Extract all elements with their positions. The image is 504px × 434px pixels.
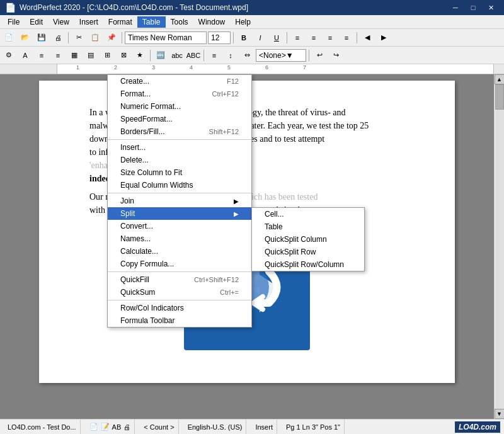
back-button[interactable]: ◀ xyxy=(360,31,375,45)
close-button[interactable]: ✕ xyxy=(483,2,499,13)
toolbar-main: 📄 📂 💾 🖨 ✂ 📋 📌 Times New Roman 12 B I U ≡… xyxy=(0,29,504,47)
menu-quickfill[interactable]: QuickFill Ctrl+Shift+F12 xyxy=(108,273,251,286)
menu-delete[interactable]: Delete... xyxy=(108,154,251,166)
tb2-btn12[interactable]: ABC xyxy=(186,49,201,62)
menu-div4 xyxy=(108,300,251,300)
main-area: In a world increasingly connected by tec… xyxy=(0,74,504,419)
menu-row-col-indicators[interactable]: Row/Col Indicators xyxy=(108,302,251,314)
ruler-mark-2: 2 xyxy=(114,64,117,71)
submenu-table[interactable]: Table xyxy=(252,220,364,233)
new-button[interactable]: 📄 xyxy=(1,31,16,45)
menu-size-col[interactable]: Size Column to Fit xyxy=(108,166,251,179)
toolbar-secondary: ⚙ A ≡ ≡ ▦ ▤ ⊞ ⊠ ★ 🔤 abc ABC ≡ ↕ ⇔ <None>… xyxy=(0,47,504,64)
menu-edit[interactable]: Edit xyxy=(25,16,48,28)
menu-help[interactable]: Help xyxy=(230,16,256,28)
menu-copy-formula[interactable]: Copy Formula... xyxy=(108,258,251,270)
sep7 xyxy=(203,50,204,61)
font-name-box[interactable]: Times New Roman xyxy=(125,31,207,44)
submenu-cell[interactable]: Cell... xyxy=(252,208,364,220)
ruler-inner: 1 2 3 4 5 6 7 xyxy=(57,64,494,74)
menu-split[interactable]: Split ▶ Cell... Table QuickSplit Column … xyxy=(108,207,251,220)
ruler-mark-1: 1 xyxy=(76,64,79,71)
sep3 xyxy=(233,32,234,43)
minimize-button[interactable]: ─ xyxy=(447,2,464,13)
menu-split-arrow: ▶ xyxy=(234,210,239,217)
menu-calculate[interactable]: Calculate... xyxy=(108,245,251,258)
menu-tools[interactable]: Tools xyxy=(166,16,193,28)
tb2-btn5[interactable]: ▦ xyxy=(67,49,82,62)
bold-button[interactable]: B xyxy=(236,31,251,45)
menu-table[interactable]: Table xyxy=(137,16,166,28)
menu-equal-col[interactable]: Equal Column Widths xyxy=(108,179,251,191)
menu-speedformat[interactable]: SpeedFormat... xyxy=(108,113,251,125)
underline-button[interactable]: U xyxy=(269,31,284,45)
menu-join[interactable]: Join ▶ xyxy=(108,195,251,207)
menu-borders-fill[interactable]: Borders/Fill... Shift+F12 xyxy=(108,125,251,138)
lo4d-logo: LO4D.com xyxy=(455,423,500,431)
submenu-quicksplit-row-col[interactable]: QuickSplit Row/Column xyxy=(252,258,364,271)
menu-view[interactable]: View xyxy=(48,16,74,28)
copy-button[interactable]: 📋 xyxy=(88,31,103,45)
menu-quicksum[interactable]: QuickSum Ctrl+= xyxy=(108,286,251,299)
menu-formula-toolbar[interactable]: Formula Toolbar xyxy=(108,314,251,327)
maximize-button[interactable]: □ xyxy=(465,2,481,13)
forward-button[interactable]: ▶ xyxy=(376,31,391,45)
tb2-btn13[interactable]: ≡ xyxy=(207,49,222,62)
tb2-btn2[interactable]: A xyxy=(18,49,33,62)
align-left-button[interactable]: ≡ xyxy=(290,31,305,45)
menu-window[interactable]: Window xyxy=(193,16,231,28)
menu-create-shortcut: F12 xyxy=(227,77,239,85)
align-justify-button[interactable]: ≡ xyxy=(339,31,354,45)
count-status[interactable]: < Count > xyxy=(140,420,178,434)
align-right-button[interactable]: ≡ xyxy=(323,31,338,45)
ruler: 1 2 3 4 5 6 7 xyxy=(0,64,504,74)
app-icon: 📄 xyxy=(5,3,16,13)
print-icon: 🖨 xyxy=(123,423,130,431)
menu-format[interactable]: Format xyxy=(103,16,137,28)
tb2-btn11[interactable]: abc xyxy=(169,49,185,62)
style-none-box[interactable]: <None>▼ xyxy=(256,49,306,62)
menu-div3 xyxy=(108,271,251,272)
tb2-btn4[interactable]: ≡ xyxy=(50,49,66,62)
tb2-btn10[interactable]: 🔤 xyxy=(153,49,168,62)
tb2-btn9[interactable]: ★ xyxy=(132,49,147,62)
menu-format[interactable]: Format... Ctrl+F12 xyxy=(108,88,251,100)
tb2-btn14[interactable]: ↕ xyxy=(223,49,238,62)
submenu-quicksplit-col[interactable]: QuickSplit Column xyxy=(252,233,364,246)
menu-convert[interactable]: Convert... xyxy=(108,220,251,232)
doc-icon: 📄 xyxy=(89,423,98,431)
ruler-mark-5: 5 xyxy=(227,64,231,71)
menu-insert[interactable]: Insert xyxy=(74,16,103,28)
menu-file[interactable]: File xyxy=(3,16,25,28)
font-size-value: 12 xyxy=(211,33,219,42)
tb2-btn3[interactable]: ≡ xyxy=(34,49,49,62)
tb2-btn8[interactable]: ⊠ xyxy=(116,49,131,62)
sep6 xyxy=(150,50,151,61)
taskbar-title: LO4D.com - Test Do... xyxy=(4,420,81,434)
tb2-btn15[interactable]: ⇔ xyxy=(239,49,255,62)
window-title: WordPerfect 2020 - [C:\LO4D.com\LO4D.com… xyxy=(20,3,248,12)
menu-insert[interactable]: Insert... xyxy=(108,141,251,154)
menu-borders-shortcut: Shift+F12 xyxy=(209,128,239,135)
save-button[interactable]: 💾 xyxy=(34,31,49,45)
font-size-box[interactable]: 12 xyxy=(208,31,231,44)
align-center-button[interactable]: ≡ xyxy=(306,31,321,45)
open-button[interactable]: 📂 xyxy=(18,31,33,45)
tb2-btn17[interactable]: ↪ xyxy=(328,49,343,62)
ruler-mark-6: 6 xyxy=(265,64,268,71)
menu-names[interactable]: Names... xyxy=(108,232,251,245)
cut-button[interactable]: ✂ xyxy=(71,31,86,45)
print-button[interactable]: 🖨 xyxy=(50,31,66,45)
italic-button[interactable]: I xyxy=(253,31,268,45)
tb2-btn1[interactable]: ⚙ xyxy=(1,49,16,62)
menu-bar: File Edit View Insert Format Table Tools… xyxy=(0,15,504,29)
submenu-quicksplit-row[interactable]: QuickSplit Row xyxy=(252,246,364,258)
menu-join-arrow: ▶ xyxy=(234,198,239,205)
menu-numeric-format[interactable]: Numeric Format... xyxy=(108,100,251,113)
tb2-btn7[interactable]: ⊞ xyxy=(100,49,115,62)
tb2-btn16[interactable]: ↩ xyxy=(312,49,327,62)
language-status: English-U.S. (US) xyxy=(184,420,247,434)
tb2-btn6[interactable]: ▤ xyxy=(83,49,98,62)
paste-button[interactable]: 📌 xyxy=(104,31,119,45)
menu-create[interactable]: Create... F12 xyxy=(108,75,251,88)
